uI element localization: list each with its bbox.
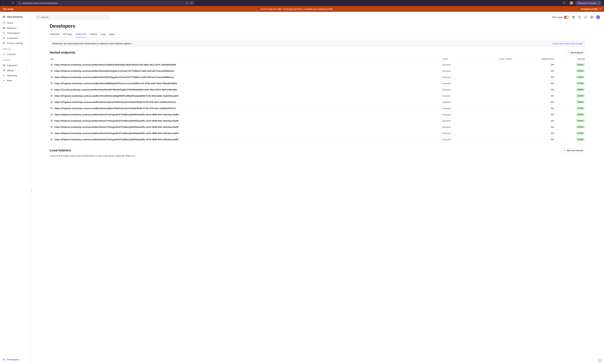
tab-webhooks[interactable]: Webhooks: [76, 32, 87, 37]
tab-events[interactable]: Events: [90, 32, 97, 37]
table-row[interactable]: https://bhjwxm.buildship.run/executeWork…: [50, 130, 585, 136]
sidebar-item-reporting[interactable]: Reporting: [0, 73, 31, 78]
sidebar-item-balances[interactable]: Balances: [0, 25, 31, 30]
settings-icon[interactable]: [590, 16, 593, 19]
svg-rect-87: [599, 359, 601, 361]
nav-icon: [3, 74, 5, 77]
endpoint-url: https://bhjwxm.buildship.run/executeWork…: [54, 63, 176, 66]
create-button[interactable]: [596, 15, 600, 19]
forward-icon[interactable]: [7, 1, 9, 5]
extensions-icon[interactable]: [563, 1, 566, 5]
nav-icon: [3, 32, 5, 34]
table-row[interactable]: https://47gwwm.buildship.run/executeWork…: [50, 105, 585, 111]
svg-rect-1: [20, 3, 20, 4]
sidebar-resize-handle[interactable]: [31, 188, 32, 193]
tab-apps[interactable]: Apps: [109, 32, 115, 37]
table-row[interactable]: https://47gwwm.buildship.run/executeWork…: [50, 99, 585, 105]
apps-icon[interactable]: [572, 16, 575, 19]
table-row[interactable]: https://bhjwxm.buildship.run/executeWork…: [50, 118, 585, 124]
test-mode-toggle[interactable]: Test mode: [552, 16, 569, 19]
address-url: dashboard.stripe.com/test/webhooks: [22, 2, 58, 4]
shortcuts-label: Shortcuts: [0, 47, 31, 51]
endpoint-url: https://47gwwm.buildship.run/executeWork…: [54, 101, 176, 103]
sidebar-item-payments[interactable]: Payments: [0, 63, 31, 68]
svg-rect-36: [574, 16, 575, 17]
help-icon[interactable]: [578, 16, 581, 19]
add-endpoint-button[interactable]: Add endpoint: [565, 50, 585, 55]
developers-icon: [3, 358, 5, 361]
nav-label: Payments: [7, 64, 17, 67]
plus-icon: [564, 149, 566, 152]
business-switcher[interactable]: New business: [0, 14, 31, 19]
endpoint-last7: [471, 118, 513, 124]
sidebar-item-transactions[interactable]: Transactions: [0, 30, 31, 36]
status-badge: Active: [576, 100, 585, 104]
nav-icon: [3, 27, 5, 29]
address-bar[interactable]: dashboard.stripe.com/test/webhooks: [16, 1, 195, 5]
endpoint-type: Account: [442, 80, 471, 86]
relaunch-button[interactable]: Relaunch to update: [575, 0, 602, 6]
status-badge: Active: [576, 125, 585, 128]
tab-logs[interactable]: Logs: [101, 32, 106, 37]
search-input[interactable]: Search: [35, 14, 109, 20]
globe-icon: [50, 113, 53, 116]
toggle-switch[interactable]: [564, 16, 569, 19]
table-row[interactable]: https://bhjwxm.buildship.run/executeWork…: [50, 136, 585, 143]
back-icon[interactable]: [2, 1, 5, 5]
banner-left: Test mode: [3, 8, 13, 10]
svg-point-29: [3, 80, 3, 81]
profile-avatar[interactable]: [570, 1, 573, 5]
endpoint-last7: [471, 74, 513, 80]
globe-icon: [50, 107, 53, 109]
add-local-listener-button[interactable]: Add local listener: [561, 148, 585, 153]
endpoint-error-rate: 0%: [513, 105, 555, 111]
relaunch-label: Relaunch to update: [578, 2, 597, 4]
status-badge: Active: [576, 69, 585, 73]
banner-message: You're using test data. To accept paymen…: [13, 8, 580, 10]
notifications-icon[interactable]: [584, 16, 587, 19]
share-icon[interactable]: [186, 1, 189, 5]
endpoint-error-rate: 0%: [513, 86, 555, 93]
table-row[interactable]: https://bhjwxm.buildship.run/executeWork…: [50, 74, 585, 80]
table-row[interactable]: https://bhjwxm.buildship.run/executeWork…: [50, 111, 585, 118]
sidebar-item-connect[interactable]: Connect: [0, 52, 31, 57]
add-local-label: Add local listener: [566, 149, 583, 152]
hosted-title: Hosted endpoints: [50, 51, 75, 54]
endpoint-type: Account: [442, 74, 471, 80]
sidebar-item-product-catalog[interactable]: Product catalog: [0, 41, 31, 46]
sidebar-developers[interactable]: Developers: [0, 357, 31, 362]
sidebar-item-billing[interactable]: Billing: [0, 68, 31, 73]
svg-point-6: [564, 2, 565, 2]
table-row[interactable]: https://47gwwm.buildship.run/executeWork…: [50, 93, 585, 99]
status-badge: Active: [576, 88, 585, 91]
nav-label: Connect: [7, 53, 15, 56]
terminal-widget[interactable]: [598, 358, 602, 362]
endpoint-last7: [471, 105, 513, 111]
site-settings-icon[interactable]: [18, 2, 21, 4]
sidebar-item-more[interactable]: More: [0, 78, 31, 83]
table-row[interactable]: https://11vd4x.buildship.run/executeWork…: [50, 86, 585, 93]
table-row[interactable]: https://bhjwxm.buildship.run/executeWork…: [50, 124, 585, 130]
complete-profile-link[interactable]: Complete profile: [580, 8, 601, 10]
local-description: Listen to live Stripe events and forward…: [50, 155, 585, 157]
sidebar-item-home[interactable]: Home: [0, 20, 31, 25]
endpoint-error-rate: 0%: [513, 124, 555, 130]
endpoint-url: https://bhjwxm.buildship.run/executeWork…: [54, 126, 178, 128]
nav-label: Billing: [7, 69, 13, 72]
table-row[interactable]: https://47gwwm.buildship.run/executeWork…: [50, 80, 585, 86]
notice-link[interactable]: Learn more about this change: [553, 42, 583, 45]
tab-api-keys[interactable]: API keys: [63, 32, 72, 37]
reload-icon[interactable]: [12, 1, 14, 5]
table-row[interactable]: https://bhjwxm.buildship.run/executeWork…: [50, 68, 585, 74]
nav-label: Balances: [7, 27, 16, 29]
chevron-down-icon: [26, 74, 28, 76]
plus-icon: [567, 52, 569, 54]
sidebar-item-customers[interactable]: Customers: [0, 36, 31, 41]
globe-icon: [50, 82, 53, 85]
tab-overview[interactable]: Overview: [50, 32, 60, 37]
bookmark-icon[interactable]: [190, 1, 193, 5]
endpoint-type: Account: [442, 93, 471, 99]
endpoint-type: Account: [442, 136, 471, 143]
status-badge: Active: [576, 76, 585, 79]
table-row[interactable]: https://bhjwxm.buildship.run/executeWork…: [50, 62, 585, 68]
